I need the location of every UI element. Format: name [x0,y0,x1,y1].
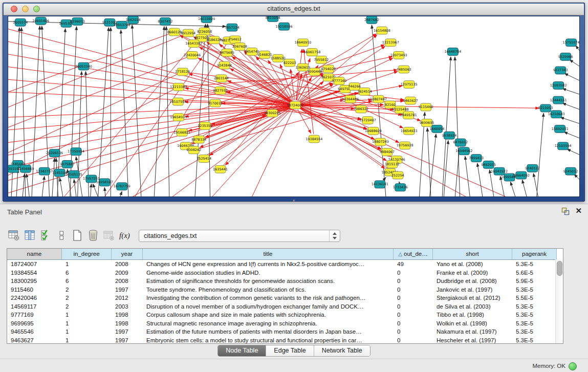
table-cell-short[interactable]: Stergiakouli et al. (2012) [433,294,512,302]
graph-edge[interactable] [562,103,579,110]
table-cell-pagerank[interactable]: 5.6E-5 [512,269,557,277]
table-cell-title[interactable]: Genome-wide association studies in ADHD. [143,269,394,277]
table-cell-title[interactable]: Changes of HCN gene expression and I(f) … [143,260,394,269]
graph-edge[interactable] [564,132,579,139]
table-cell-name[interactable]: 18300295 [7,277,62,286]
table-cell-out_de[interactable]: 0 [394,286,433,294]
table-cell-title[interactable]: Tourette syndrome. Phenomenology and cla… [143,286,394,294]
float-window-icon[interactable] [561,207,570,215]
table-row[interactable]: 977716911998Corpus callosum shape and si… [7,311,563,319]
graph-edge[interactable] [427,128,431,196]
column-header-title[interactable]: title [143,249,394,259]
table-cell-in_degree[interactable]: 1 [62,319,112,328]
table-cell-title[interactable]: Disruption of a novel member of a sodium… [143,302,394,311]
table-cell-pagerank[interactable]: 5.3E-5 [512,311,557,319]
graph-edge[interactable] [490,170,494,196]
table-cell-name[interactable]: 19384554 [7,269,62,277]
table-cell-out_de[interactable]: 0 [394,336,433,344]
graph-edge[interactable] [444,141,448,196]
graph-edge[interactable] [477,163,483,196]
select-columns-button[interactable] [39,229,52,242]
column-header-pagerank[interactable]: pagerank [512,249,557,259]
close-panel-icon[interactable]: ✕ [575,206,582,215]
memory-status-indicator[interactable] [569,362,577,370]
table-row[interactable]: 946554611997Estimation of the future num… [7,327,563,336]
graph-edge[interactable] [560,117,579,124]
graph-edge[interactable] [154,27,164,196]
graph-edge[interactable] [510,182,516,196]
table-cell-in_degree[interactable]: 2 [62,286,112,294]
table-cell-title[interactable]: Investigating the contribution of common… [143,294,394,302]
table-cell-out_de[interactable]: 0 [394,302,433,311]
table-cell-title[interactable]: Structural magnetic resonance image aver… [143,319,394,328]
table-row[interactable]: 1938455462009Genome-wide association stu… [7,269,563,277]
graph-edge[interactable] [576,46,579,52]
graph-edge[interactable] [90,184,91,196]
graph-edge[interactable] [56,158,58,196]
graph-edge[interactable] [300,105,383,105]
table-row[interactable]: 969969511998Structural magnetic resonanc… [7,319,563,328]
graph-edge[interactable] [465,156,470,196]
table-cell-short[interactable]: Wolkin et al. (1998) [433,319,512,328]
graph-edge[interactable] [210,105,295,196]
show-columns-button[interactable] [23,229,36,242]
table-cell-pagerank[interactable]: 5.3E-5 [512,327,557,336]
table-row[interactable]: 2242004622012Investigating the contribut… [7,294,563,302]
graph-edge[interactable] [303,49,313,134]
graph-edge[interactable] [52,158,55,196]
table-cell-year[interactable]: 1998 [112,311,143,319]
graph-edge[interactable] [8,105,295,168]
table-cell-in_degree[interactable]: 6 [62,269,112,277]
table-cell-year[interactable]: 1997 [112,286,143,294]
table-cell-year[interactable]: 2012 [112,294,143,302]
table-cell-out_de[interactable]: 0 [394,294,433,302]
graph-edge[interactable] [8,54,295,105]
table-cell-short[interactable]: Yano et al. (2008) [433,260,512,269]
table-cell-in_degree[interactable]: 2 [62,294,112,302]
table-cell-out_de[interactable]: 0 [394,277,433,286]
delete-column-button[interactable] [86,229,100,242]
column-header-in-degree[interactable]: in_degree [62,249,112,259]
table-cell-pagerank[interactable]: 5.3E-5 [512,336,557,344]
table-cell-year[interactable]: 2003 [112,302,143,311]
table-scrollbar[interactable] [555,259,563,343]
panel-divider-grip[interactable]: ▾ [290,199,298,203]
clear-row-button[interactable] [55,229,68,242]
graph-edge[interactable] [119,191,122,196]
table-cell-pagerank[interactable]: 5.3E-5 [512,302,557,311]
table-cell-name[interactable]: 18724007 [7,260,62,269]
table-cell-short[interactable]: Nakamura et al. (1997) [433,327,512,336]
table-row[interactable]: 911546021997Tourette syndrome. Phenomeno… [7,286,563,294]
table-cell-out_de[interactable]: 0 [394,327,433,336]
table-cell-year[interactable]: 1997 [112,327,143,336]
table-cell-in_degree[interactable]: 1 [62,336,112,344]
graph-edge[interactable] [16,169,18,196]
column-header-short[interactable]: short [433,249,512,259]
graph-edge[interactable] [27,174,30,196]
graph-edge[interactable] [128,105,295,196]
table-cell-pagerank[interactable]: 5.9E-5 [512,277,557,286]
table-cell-name[interactable]: 9465546 [7,327,62,336]
table-cell-in_degree[interactable]: 1 [62,311,112,319]
network-canvas[interactable]: 1872400718300295193845548660128891295482… [8,16,580,197]
column-header-out-degree[interactable]: △out_de… [394,249,433,259]
table-cell-title[interactable]: Estimation of significance thresholds fo… [143,277,394,286]
tab-edge-table[interactable]: Edge Table [266,345,314,356]
graph-edge[interactable] [74,179,77,196]
function-builder-button[interactable]: f(x) [119,231,130,240]
table-cell-short[interactable]: Tibbo et al. (1998) [433,311,512,319]
graph-edge[interactable] [564,73,579,81]
table-cell-year[interactable]: 1998 [112,319,143,328]
table-cell-short[interactable]: Jankovic et al. (1997) [433,286,512,294]
table-cell-out_de[interactable]: 0 [394,319,433,328]
graph-edge[interactable] [522,180,527,196]
table-cell-name[interactable]: 9699695 [7,319,62,328]
graph-edge[interactable] [98,28,108,196]
table-row[interactable]: 946362711997Embryonic stem cells: a mode… [7,336,563,344]
graph-edge[interactable] [42,177,45,196]
table-cell-name[interactable]: 14569117 [7,302,62,311]
table-cell-pagerank[interactable]: 5.3E-5 [512,319,557,328]
table-cell-title[interactable]: Corpus callosum shape and size in male p… [143,311,394,319]
table-cell-short[interactable]: Dudbridge et al. (2008) [433,277,512,286]
table-cell-in_degree[interactable]: 6 [62,277,112,286]
